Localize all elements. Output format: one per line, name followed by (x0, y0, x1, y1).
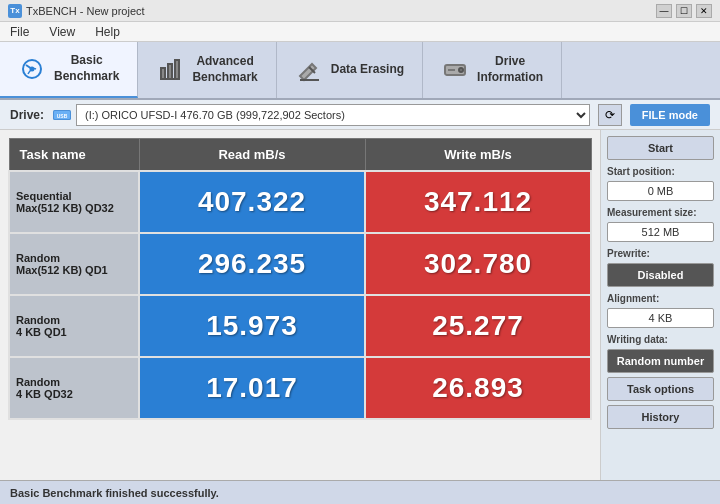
tab-data-erasing[interactable]: Data Erasing (277, 42, 423, 98)
file-mode-button[interactable]: FILE mode (630, 104, 710, 126)
read-value-cell: 296.235 (139, 233, 365, 295)
app-icon: Tx (8, 4, 22, 18)
table-row: Random4 KB QD115.97325.277 (9, 295, 591, 357)
svg-rect-3 (168, 64, 172, 79)
task-name-cell: RandomMax(512 KB) QD1 (9, 233, 139, 295)
read-value: 407.322 (146, 176, 358, 228)
alignment-value: 4 KB (607, 308, 714, 328)
measurement-size-label: Measurement size: (607, 207, 714, 218)
svg-rect-2 (161, 68, 165, 79)
tab-erasing-label: Data Erasing (331, 62, 404, 78)
table-row: Random4 KB QD3217.01726.893 (9, 357, 591, 419)
write-value: 26.893 (372, 362, 584, 414)
toolbar: BasicBenchmark AdvancedBenchmark Data Er… (0, 42, 720, 100)
write-value: 347.112 (372, 176, 584, 228)
tab-advanced-label: AdvancedBenchmark (192, 54, 257, 85)
writing-data-button[interactable]: Random number (607, 349, 714, 373)
task-options-button[interactable]: Task options (607, 377, 714, 401)
measurement-size-value: 512 MB (607, 222, 714, 242)
main-content: Task name Read mB/s Write mB/s Sequentia… (0, 130, 720, 480)
table-row: SequentialMax(512 KB) QD32407.322347.112 (9, 171, 591, 233)
table-row: RandomMax(512 KB) QD1296.235302.780 (9, 233, 591, 295)
status-message: Basic Benchmark finished successfully. (10, 487, 219, 499)
menu-bar: File View Help (0, 22, 720, 42)
drive-row: Drive: USB (I:) ORICO UFSD-I 476.70 GB (… (0, 100, 720, 130)
gauge-icon (18, 55, 46, 83)
status-bar: Basic Benchmark finished successfully. (0, 480, 720, 504)
drive-icon (441, 56, 469, 84)
read-value: 17.017 (146, 362, 358, 414)
read-value-cell: 17.017 (139, 357, 365, 419)
task-name-cell: Random4 KB QD32 (9, 357, 139, 419)
title-bar: Tx TxBENCH - New project — ☐ ✕ (0, 0, 720, 22)
tab-drive-label: DriveInformation (477, 54, 543, 85)
tab-drive-information[interactable]: DriveInformation (423, 42, 562, 98)
col-header-task: Task name (9, 139, 139, 172)
read-value-cell: 407.322 (139, 171, 365, 233)
window-title: TxBENCH - New project (26, 5, 145, 17)
tab-advanced-benchmark[interactable]: AdvancedBenchmark (138, 42, 276, 98)
write-value-cell: 25.277 (365, 295, 591, 357)
drive-select[interactable]: (I:) ORICO UFSD-I 476.70 GB (999,722,902… (76, 104, 590, 126)
prewrite-button[interactable]: Disabled (607, 263, 714, 287)
menu-file[interactable]: File (6, 25, 33, 39)
bar-chart-icon (156, 56, 184, 84)
history-button[interactable]: History (607, 405, 714, 429)
maximize-button[interactable]: ☐ (676, 4, 692, 18)
alignment-label: Alignment: (607, 293, 714, 304)
task-name-cell: SequentialMax(512 KB) QD32 (9, 171, 139, 233)
right-panel: Start Start position: 0 MB Measurement s… (600, 130, 720, 480)
read-value: 15.973 (146, 300, 358, 352)
svg-point-9 (459, 68, 463, 72)
start-position-label: Start position: (607, 166, 714, 177)
benchmark-area: Task name Read mB/s Write mB/s Sequentia… (0, 130, 600, 480)
title-bar-controls[interactable]: — ☐ ✕ (656, 4, 712, 18)
write-value-cell: 302.780 (365, 233, 591, 295)
title-bar-left: Tx TxBENCH - New project (8, 4, 145, 18)
col-header-read: Read mB/s (139, 139, 365, 172)
menu-view[interactable]: View (45, 25, 79, 39)
tab-basic-label: BasicBenchmark (54, 53, 119, 84)
svg-rect-4 (175, 60, 179, 79)
refresh-button[interactable]: ⟳ (598, 104, 622, 126)
prewrite-label: Prewrite: (607, 248, 714, 259)
col-header-write: Write mB/s (365, 139, 591, 172)
svg-text:USB: USB (57, 112, 68, 118)
minimize-button[interactable]: — (656, 4, 672, 18)
start-button[interactable]: Start (607, 136, 714, 160)
write-value: 302.780 (372, 238, 584, 290)
write-value: 25.277 (372, 300, 584, 352)
start-position-value: 0 MB (607, 181, 714, 201)
table-header-row: Task name Read mB/s Write mB/s (9, 139, 591, 172)
erase-icon (295, 56, 323, 84)
write-value-cell: 347.112 (365, 171, 591, 233)
drive-type-icon: USB (52, 107, 72, 123)
tab-basic-benchmark[interactable]: BasicBenchmark (0, 42, 138, 98)
task-name-cell: Random4 KB QD1 (9, 295, 139, 357)
writing-data-label: Writing data: (607, 334, 714, 345)
drive-label: Drive: (10, 108, 44, 122)
read-value-cell: 15.973 (139, 295, 365, 357)
read-value: 296.235 (146, 238, 358, 290)
write-value-cell: 26.893 (365, 357, 591, 419)
benchmark-table: Task name Read mB/s Write mB/s Sequentia… (8, 138, 592, 420)
menu-help[interactable]: Help (91, 25, 124, 39)
close-button[interactable]: ✕ (696, 4, 712, 18)
